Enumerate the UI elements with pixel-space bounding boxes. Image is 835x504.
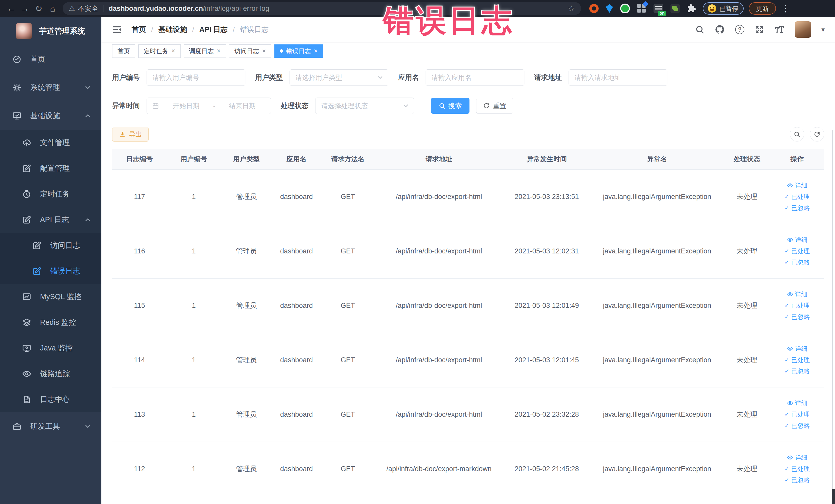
ignored-label: 已忽略 (791, 313, 810, 321)
user-avatar[interactable] (795, 21, 811, 38)
mark-processed-link[interactable]: ✓已处理 (785, 301, 810, 310)
sidebar-item-tracing[interactable]: 链路追踪 (0, 361, 101, 387)
search-toggle-button[interactable] (790, 127, 804, 141)
process-status-select[interactable] (315, 98, 414, 114)
cell-user-type: 管理员 (221, 387, 272, 442)
cell-status: 未处理 (724, 169, 770, 224)
sidebar-item-home[interactable]: 首页 (0, 45, 101, 74)
app-name-input[interactable] (426, 69, 524, 86)
extension-switch-icon[interactable]: on (653, 4, 663, 13)
export-button[interactable]: 导出 (112, 127, 149, 142)
search-icon (439, 102, 445, 109)
sidebar-item-infrastructure[interactable]: 基础设施 (0, 102, 101, 130)
filter-app-name: 应用名 (398, 69, 524, 86)
date-range-picker[interactable]: 开始日期 - 结束日期 (147, 98, 271, 114)
hamburger-icon[interactable] (111, 24, 122, 35)
mark-ignored-link[interactable]: ✓已忽略 (785, 422, 810, 430)
tab-error-log[interactable]: 错误日志 × (274, 44, 323, 58)
tab-access-log[interactable]: 访问日志 × (229, 44, 271, 58)
request-url-input[interactable] (569, 69, 667, 86)
sidebar-item-error-log[interactable]: 错误日志 (0, 258, 101, 284)
breadcrumb-infrastructure[interactable]: 基础设施 (158, 25, 187, 35)
font-size-icon[interactable] (774, 24, 785, 35)
mark-ignored-link[interactable]: ✓已忽略 (785, 476, 810, 484)
detail-link[interactable]: 详细 (787, 453, 808, 462)
browser-menu-icon[interactable]: ⋮ (781, 3, 790, 14)
breadcrumb-api-logs[interactable]: API 日志 (200, 25, 228, 35)
detail-link[interactable]: 详细 (787, 345, 808, 353)
mark-processed-link[interactable]: ✓已处理 (785, 193, 810, 201)
refresh-icon (814, 131, 820, 138)
detail-link[interactable]: 详细 (787, 236, 808, 244)
cell-exception-name: java.lang.IllegalArgumentException (590, 169, 724, 224)
mark-processed-link[interactable]: ✓已处理 (785, 356, 810, 364)
detail-link[interactable]: 详细 (787, 399, 808, 407)
tab-scheduled-tasks[interactable]: 定时任务 × (138, 44, 181, 58)
sidebar-item-access-log[interactable]: 访问日志 (0, 233, 101, 258)
search-icon[interactable] (695, 25, 704, 34)
sidebar-item-config-management[interactable]: 配置管理 (0, 156, 101, 181)
detail-link[interactable]: 详细 (787, 181, 808, 189)
page-scrollbar[interactable] (832, 130, 833, 498)
sidebar-item-api-logs[interactable]: API 日志 (0, 207, 101, 233)
paused-extension-badge[interactable]: 已暂停 (703, 2, 744, 15)
mark-ignored-link[interactable]: ✓已忽略 (785, 367, 810, 375)
tab-home[interactable]: 首页 (112, 44, 135, 58)
fullscreen-icon[interactable] (755, 25, 764, 34)
url-path: /infra/log/api-error-log (203, 5, 269, 13)
extensions-puzzle-icon[interactable] (687, 4, 696, 13)
sidebar-item-dev-tools[interactable]: 研发工具 (0, 412, 101, 441)
sidebar-item-label: 访问日志 (50, 240, 80, 250)
check-icon: ✓ (785, 423, 789, 428)
browser-forward-button[interactable]: → (18, 2, 32, 15)
tab-close-icon[interactable]: × (171, 47, 175, 55)
check-icon: ✓ (785, 411, 789, 417)
browser-back-button[interactable]: ← (4, 2, 18, 15)
detail-link[interactable]: 详细 (787, 290, 808, 298)
browser-home-button[interactable]: ⌂ (46, 2, 60, 15)
user-type-select[interactable] (289, 69, 388, 86)
help-icon[interactable]: ? (735, 25, 745, 34)
sidebar-item-system-management[interactable]: 系统管理 (0, 74, 101, 102)
tab-close-icon[interactable]: × (217, 47, 221, 55)
sidebar-item-redis-monitor[interactable]: Redis 监控 (0, 310, 101, 335)
mark-processed-link[interactable]: ✓已处理 (785, 410, 810, 419)
app-logo[interactable]: 芋道管理系统 (0, 17, 101, 45)
breadcrumb-home[interactable]: 首页 (132, 25, 146, 35)
extension-orange-ring-icon[interactable] (589, 4, 598, 13)
filter-process-status: 处理状态 (281, 98, 414, 114)
extension-green-circle-icon[interactable] (620, 4, 630, 13)
user-id-input[interactable] (147, 69, 245, 86)
site-security-indicator[interactable]: ⚠ 不安全 (69, 4, 98, 13)
extension-blue-drop-icon[interactable] (606, 4, 613, 13)
sidebar-item-mysql-monitor[interactable]: MySQL 监控 (0, 284, 101, 310)
sidebar-item-scheduled-tasks[interactable]: 定时任务 (0, 181, 101, 207)
mark-processed-link[interactable]: ✓已处理 (785, 247, 810, 255)
mark-processed-link[interactable]: ✓已处理 (785, 465, 810, 473)
bookmark-star-icon[interactable]: ☆ (568, 4, 575, 13)
tab-close-icon[interactable]: × (262, 47, 266, 55)
sidebar-item-log-center[interactable]: 日志中心 (0, 387, 101, 412)
ignored-label: 已忽略 (791, 422, 810, 430)
reset-button[interactable]: 重置 (476, 98, 513, 114)
cell-request-url: /api/infra/db-doc/export-markdown (375, 442, 503, 496)
sidebar-item-file-management[interactable]: 文件管理 (0, 130, 101, 156)
sidebar-item-label: 基础设施 (30, 110, 60, 121)
tab-schedule-log[interactable]: 调度日志 × (184, 44, 226, 58)
refresh-button[interactable] (810, 127, 824, 141)
extension-grid-icon[interactable] (637, 4, 646, 13)
tab-close-icon[interactable]: × (314, 47, 318, 55)
mark-ignored-link[interactable]: ✓已忽略 (785, 258, 810, 266)
github-icon[interactable] (715, 24, 725, 35)
cell-app-name: dashboard (272, 333, 321, 387)
field-label: 用户编号 (112, 73, 140, 82)
browser-reload-button[interactable]: ↻ (32, 2, 46, 15)
extension-leaf-icon[interactable] (670, 4, 680, 13)
sidebar-item-java-monitor[interactable]: Java 监控 (0, 335, 101, 361)
caret-down-icon[interactable]: ▾ (821, 26, 825, 34)
sidebar-item-label: Java 监控 (40, 343, 73, 353)
mark-ignored-link[interactable]: ✓已忽略 (785, 313, 810, 321)
mark-ignored-link[interactable]: ✓已忽略 (785, 204, 810, 212)
browser-update-button[interactable]: 更新 (749, 2, 776, 15)
search-button[interactable]: 搜索 (431, 98, 469, 114)
